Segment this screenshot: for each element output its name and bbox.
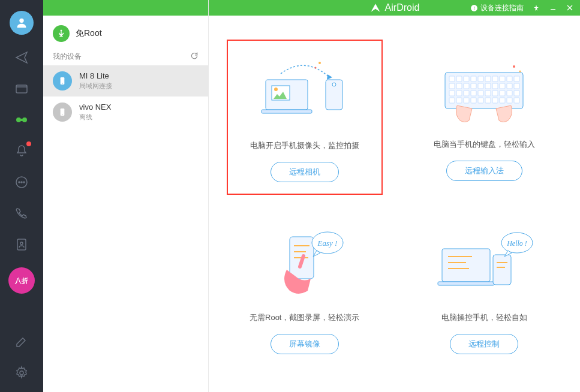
svg-point-0: [19, 19, 23, 23]
nav-settings[interactable]: [13, 364, 30, 381]
feature-card: Hello ! 电脑操控手机，轻松自如 远程控制: [407, 213, 563, 368]
svg-rect-56: [485, 91, 491, 96]
device-item[interactable]: MI 8 Lite 局域网连接: [43, 65, 208, 97]
svg-rect-63: [464, 98, 469, 103]
svg-rect-59: [507, 91, 512, 96]
avatar[interactable]: [10, 11, 34, 35]
feature-button[interactable]: 屏幕镜像: [271, 334, 339, 354]
svg-rect-46: [485, 83, 491, 89]
svg-rect-60: [514, 91, 519, 96]
panel-titlebar: [43, 0, 208, 16]
feature-button[interactable]: 远程输入法: [446, 161, 522, 181]
remote-keyboard-illustration: [430, 49, 538, 126]
device-name: vivo NEX: [79, 102, 111, 111]
root-header: 免Root: [43, 16, 208, 48]
svg-point-6: [19, 182, 20, 183]
nav-send[interactable]: [13, 49, 30, 66]
feature-illustration: Easy !: [251, 219, 359, 303]
svg-rect-70: [514, 98, 519, 103]
phone-icon: [58, 76, 67, 86]
device-item[interactable]: vivo NEX 离线: [43, 97, 208, 128]
titlebar: AirDroid ! 设备连接指南: [209, 0, 580, 16]
nav-contacts[interactable]: [13, 236, 30, 253]
root-icon: [53, 25, 70, 42]
help-text: 设备连接指南: [480, 3, 524, 13]
svg-rect-65: [478, 98, 483, 103]
feature-illustration: [430, 46, 538, 129]
phone-icon: [14, 206, 29, 221]
close-button[interactable]: [566, 4, 574, 12]
notification-badge: [26, 141, 31, 146]
svg-point-23: [314, 67, 316, 69]
feature-button[interactable]: 远程相机: [271, 162, 339, 182]
discount-label: 八折: [15, 276, 28, 285]
feature-description: 电脑开启手机摄像头，监控拍摄: [250, 140, 359, 151]
svg-text:Easy !: Easy !: [317, 239, 337, 248]
svg-rect-57: [492, 91, 498, 96]
svg-rect-40: [514, 76, 519, 82]
remote-control-illustration: Hello !: [430, 222, 538, 300]
svg-rect-55: [478, 91, 483, 96]
svg-rect-79: [442, 249, 490, 282]
phone-icon: [58, 107, 67, 117]
svg-rect-45: [478, 83, 483, 89]
features-grid: 电脑开启手机摄像头，监控拍摄 远程相机 电脑当手机的键盘，轻松输入 远程输入法 …: [209, 16, 580, 392]
svg-rect-84: [493, 255, 511, 285]
svg-rect-69: [507, 98, 512, 103]
svg-rect-47: [492, 83, 498, 89]
refresh-button[interactable]: [190, 52, 199, 62]
svg-point-7: [21, 182, 22, 183]
feature-card: 电脑当手机的键盘，轻松输入 远程输入法: [407, 40, 563, 195]
pin-button[interactable]: [532, 4, 540, 12]
info-icon: !: [470, 4, 478, 12]
brand-logo-icon: [369, 2, 381, 14]
svg-rect-43: [464, 83, 469, 89]
svg-rect-64: [471, 98, 476, 103]
nav-files[interactable]: [13, 80, 30, 97]
minimize-button[interactable]: [549, 4, 557, 12]
svg-point-13: [62, 83, 62, 83]
nav-discover[interactable]: [13, 111, 30, 128]
svg-rect-36: [485, 76, 491, 82]
contact-icon: [14, 237, 29, 252]
binoculars-icon: [14, 113, 29, 127]
nav-calls[interactable]: [13, 205, 30, 222]
svg-point-8: [23, 182, 25, 183]
svg-rect-44: [471, 83, 476, 89]
svg-rect-33: [464, 76, 469, 82]
svg-rect-4: [20, 119, 23, 121]
feature-description: 电脑操控手机，轻松自如: [441, 312, 527, 323]
svg-rect-31: [449, 76, 455, 82]
feature-button[interactable]: 远程控制: [450, 334, 518, 354]
svg-point-72: [519, 71, 521, 73]
nav-discount-badge[interactable]: 八折: [8, 267, 35, 294]
brand: AirDroid: [369, 2, 420, 14]
svg-rect-34: [471, 76, 476, 82]
nav-edit[interactable]: [13, 333, 30, 350]
svg-point-15: [62, 114, 62, 114]
svg-rect-62: [456, 98, 462, 103]
svg-point-29: [332, 83, 336, 86]
usb-icon: [56, 29, 66, 38]
feature-description: 无需Root，截图录屏，轻松演示: [250, 312, 359, 323]
device-status: 局域网连接: [79, 82, 112, 91]
help-link[interactable]: ! 设备连接指南: [470, 3, 524, 13]
svg-marker-21: [327, 74, 332, 80]
root-label: 免Root: [76, 28, 102, 39]
svg-text:Hello !: Hello !: [506, 239, 527, 248]
svg-rect-68: [500, 98, 505, 103]
svg-text:!: !: [473, 5, 475, 11]
nav-notifications[interactable]: [13, 143, 30, 159]
nav-messages[interactable]: [13, 174, 30, 191]
feature-description: 电脑当手机的键盘，轻松输入: [434, 139, 535, 150]
remote-camera-illustration: [251, 50, 359, 128]
svg-rect-58: [500, 91, 505, 96]
svg-rect-38: [500, 76, 505, 82]
device-list: MI 8 Lite 局域网连接 vivo NEX 离线: [43, 65, 208, 128]
svg-rect-1: [16, 85, 27, 93]
device-icon: [53, 71, 72, 91]
pin-icon: [533, 4, 540, 11]
refresh-icon: [190, 52, 199, 60]
nav-rail: 八折: [0, 0, 43, 392]
svg-rect-83: [438, 282, 494, 285]
